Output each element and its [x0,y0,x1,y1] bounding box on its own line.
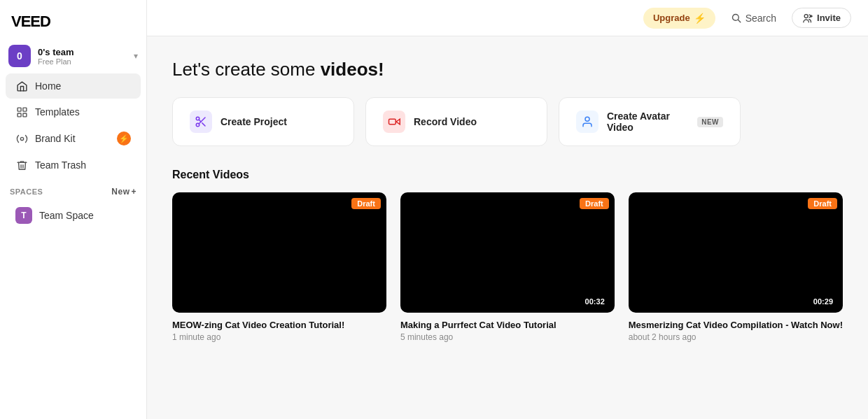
svg-marker-16 [396,119,400,125]
lightning-icon: ⚡ [694,13,706,24]
spaces-plus-icon: + [131,187,136,197]
svg-line-13 [202,123,205,126]
team-name: 0's team [38,47,127,57]
sidebar-item-home[interactable]: Home [6,73,141,99]
space-item-team-space[interactable]: T Team Space [6,201,141,229]
invite-label: Invite [817,13,841,23]
video-duration-3: 00:29 [809,296,837,307]
team-space-label: Team Space [39,210,94,221]
team-plan: Free Plan [38,57,127,66]
team-selector[interactable]: 0 0's team Free Plan ▾ [0,39,146,73]
person-add-icon [802,13,813,23]
templates-icon [15,106,28,118]
video-title-1: MEOW-zing Cat Video Creation Tutorial! [172,320,386,330]
main-area: Upgrade ⚡ Search [147,0,868,419]
svg-line-6 [738,20,740,22]
team-space-avatar: T [15,207,32,224]
sidebar-item-templates[interactable]: Templates [6,99,141,125]
sidebar-item-templates-label: Templates [35,106,80,118]
create-project-label: Create Project [220,116,287,127]
video-grid: Draft MEOW-zing Cat Video Creation Tutor… [172,192,843,342]
video-thumbnail-1: Draft [172,192,386,313]
record-video-label: Record Video [414,116,477,127]
search-button[interactable]: Search [724,8,783,28]
video-thumbnail-2: Draft 00:32 [400,192,615,313]
logo-text: VEED [11,13,50,30]
sidebar-item-home-label: Home [35,80,61,92]
video-card-1[interactable]: Draft MEOW-zing Cat Video Creation Tutor… [172,192,386,342]
video-duration-2: 00:32 [581,296,609,307]
sidebar-item-brand-kit[interactable]: Brand Kit ⚡ [6,125,141,152]
avatar-icon [576,111,598,133]
scissors-icon [190,111,212,133]
brand-kit-badge: ⚡ [117,132,131,145]
svg-point-7 [804,15,808,18]
team-info: 0's team Free Plan [38,47,127,66]
sidebar-nav: Home Templates Brand Kit ⚡ [0,73,146,178]
create-project-card[interactable]: Create Project [172,97,354,146]
team-avatar: 0 [8,45,31,67]
create-avatar-card[interactable]: Create Avatar Video NEW [559,97,741,146]
new-badge: NEW [697,117,723,127]
video-time-1: 1 minute ago [172,332,386,342]
video-card-3[interactable]: Draft 00:29 Mesmerizing Cat Video Compil… [629,192,843,342]
trash-icon [15,159,28,171]
video-title-3: Mesmerizing Cat Video Compilation - Watc… [629,320,843,330]
svg-rect-15 [389,119,396,125]
upgrade-button[interactable]: Upgrade ⚡ [643,8,715,29]
content-area: Let's create some videos! Create Project [147,36,868,419]
action-cards: Create Project Record Video [172,97,843,146]
svg-rect-3 [22,113,26,116]
record-icon [383,111,405,133]
svg-point-4 [20,137,23,140]
topbar: Upgrade ⚡ Search [147,0,868,36]
svg-point-17 [585,117,589,121]
upgrade-label: Upgrade [653,13,690,23]
create-avatar-label: Create Avatar Video [607,111,689,133]
video-time-2: 5 minutes ago [400,332,615,342]
video-card-2[interactable]: Draft 00:32 Making a Purrfect Cat Video … [400,192,615,342]
spaces-new-label: New [111,187,130,197]
draft-badge-3: Draft [808,198,837,209]
headline-bold: videos! [321,59,384,80]
recent-videos-section: Recent Videos Draft MEOW-zing Cat Video … [172,169,843,342]
svg-line-14 [199,120,201,122]
search-label: Search [746,13,776,24]
home-icon [15,80,28,92]
video-time-3: about 2 hours ago [629,332,843,342]
search-icon [731,13,741,23]
recent-videos-title: Recent Videos [172,169,843,181]
record-video-card[interactable]: Record Video [365,97,547,146]
sidebar-item-brand-kit-label: Brand Kit [35,133,76,144]
draft-badge-2: Draft [580,198,609,209]
svg-rect-0 [18,108,21,111]
invite-button[interactable]: Invite [792,8,851,28]
chevron-down-icon: ▾ [134,51,138,61]
spaces-new-button[interactable]: New + [111,187,136,197]
sidebar-item-team-trash[interactable]: Team Trash [6,152,141,178]
spaces-header: SPACES New + [0,178,146,201]
headline-prefix: Let's create some [172,59,321,80]
brand-kit-icon [15,132,28,145]
svg-rect-2 [18,113,21,116]
draft-badge-1: Draft [351,198,381,209]
svg-rect-1 [22,108,26,111]
video-title-2: Making a Purrfect Cat Video Tutorial [400,320,615,330]
sidebar: VEED 0 0's team Free Plan ▾ Home [0,0,147,419]
page-headline: Let's create some videos! [172,59,843,80]
video-thumbnail-3: Draft 00:29 [629,192,843,313]
sidebar-item-team-trash-label: Team Trash [35,159,86,171]
spaces-label: SPACES [10,187,43,196]
logo: VEED [0,0,146,39]
